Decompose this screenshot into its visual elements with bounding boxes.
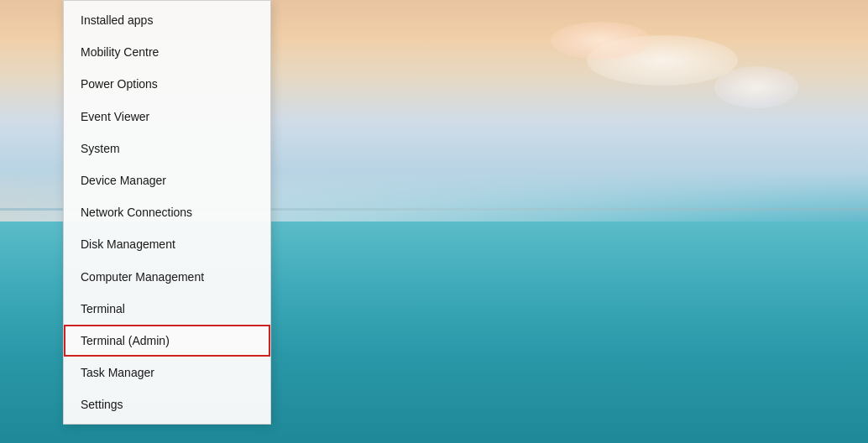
context-menu: Installed appsMobility CentrePower Optio…: [63, 0, 271, 425]
menu-item-system[interactable]: System: [64, 133, 270, 164]
menu-item-power-options[interactable]: Power Options: [64, 68, 270, 100]
cloud-decoration-2: [551, 22, 651, 60]
menu-item-terminal-admin[interactable]: Terminal (Admin): [64, 325, 270, 357]
menu-item-event-viewer[interactable]: Event Viewer: [64, 101, 270, 133]
menu-item-terminal[interactable]: Terminal: [64, 293, 270, 325]
menu-item-task-manager[interactable]: Task Manager: [64, 357, 270, 388]
cloud-decoration-3: [714, 66, 798, 108]
menu-item-device-manager[interactable]: Device Manager: [64, 164, 270, 196]
menu-item-disk-management[interactable]: Disk Management: [64, 228, 270, 260]
menu-item-network-connections[interactable]: Network Connections: [64, 196, 270, 228]
menu-item-mobility-centre[interactable]: Mobility Centre: [64, 36, 270, 68]
menu-item-installed-apps[interactable]: Installed apps: [64, 4, 270, 36]
menu-item-computer-management[interactable]: Computer Management: [64, 261, 270, 293]
menu-item-settings[interactable]: Settings: [64, 388, 270, 420]
